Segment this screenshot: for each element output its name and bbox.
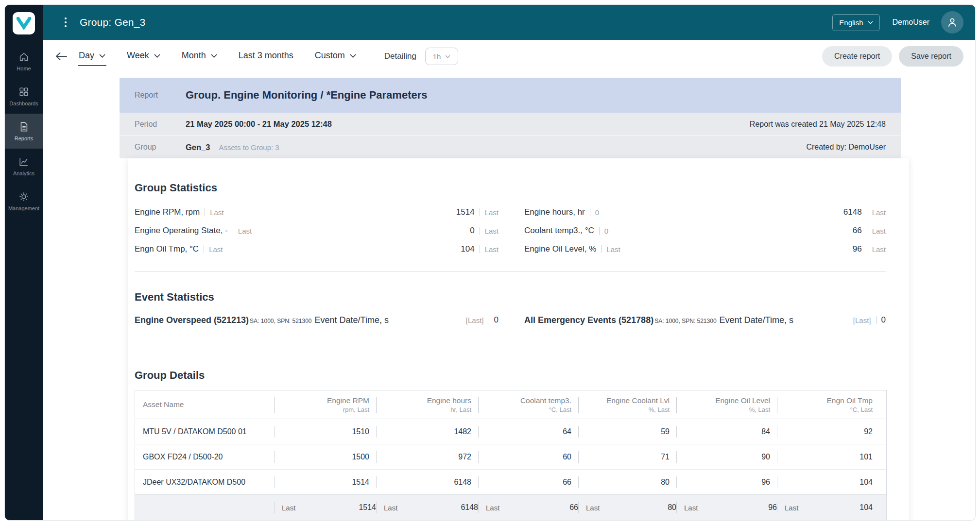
group-statistics-left-column: Engine RPM, rpm Last 1514 Last Engine Op…: [135, 203, 499, 258]
back-arrow-icon: [55, 51, 68, 61]
brand-logo[interactable]: [13, 12, 35, 34]
column-sublabel: rpm, Last: [274, 406, 369, 414]
stat-value-aggregation: Last: [872, 245, 886, 254]
topbar-right: English DemoUser: [832, 11, 963, 34]
value-cell: 1482: [376, 419, 478, 444]
sidebar: Home Dashboards Reports Analytics Manage…: [5, 5, 43, 520]
sidebar-nav: Home Dashboards Reports Analytics Manage…: [5, 44, 43, 219]
tab-last-3-months[interactable]: Last 3 months: [238, 47, 294, 66]
chevron-down-icon: [154, 54, 160, 58]
report-created-note: Report was created 21 May 2025 12:48: [750, 120, 886, 129]
stat-aggregation: 0: [604, 227, 608, 235]
stat-value-aggregation: Last: [485, 208, 499, 217]
stat-value: 104: [461, 244, 474, 254]
divider: [480, 227, 480, 235]
sidebar-item-label: Analytics: [13, 170, 34, 176]
stat-label: Engine Oil Level, %: [524, 244, 596, 254]
sidebar-item-analytics[interactable]: Analytics: [5, 149, 43, 184]
period-tabs: Day Week Month Last 3 months Custom: [78, 47, 357, 66]
chevron-down-icon: [211, 54, 217, 58]
dashboards-icon: [18, 86, 29, 97]
create-report-button[interactable]: Create report: [822, 46, 892, 67]
language-select[interactable]: English: [832, 14, 879, 31]
stat-value-aggregation: Last: [872, 227, 886, 235]
footer-value: 1514: [359, 503, 376, 512]
reports-icon: [18, 121, 29, 132]
divider: [590, 208, 590, 216]
user-icon: [946, 17, 958, 28]
detailing-select[interactable]: 1h: [425, 48, 458, 65]
tab-week[interactable]: Week: [126, 47, 161, 66]
stat-aggregation: Last: [210, 208, 224, 217]
stat-label: Engine RPM, rpm: [135, 207, 200, 217]
column-sublabel: °C, Last: [777, 406, 873, 414]
stat-value-aggregation: Last: [485, 245, 499, 254]
column-header-engine-hours: Engine hourshr, Last: [376, 390, 478, 419]
value-cell: 80: [578, 470, 676, 495]
sidebar-item-label: Management: [8, 205, 39, 211]
detailing-value: 1h: [433, 52, 441, 61]
tab-label: Month: [182, 51, 206, 61]
value-cell: 1510: [274, 419, 376, 444]
value-cell: 1500: [274, 444, 376, 470]
table-row[interactable]: MTU 5V / DATAKOM D500 01 1510 1482 64 59…: [135, 419, 886, 444]
report-title: Group. Engine Monitoring / *Engine Param…: [186, 89, 428, 102]
tab-month[interactable]: Month: [181, 47, 218, 66]
stat-label: Engine hours, hr: [524, 207, 585, 217]
stat-row: Engine Oil Level, % Last 96 Last: [524, 240, 886, 258]
value-cell: 92: [777, 419, 886, 444]
stat-value-aggregation: Last: [485, 227, 499, 235]
stat-label: Engine Operating State, -: [135, 226, 228, 236]
kebab-menu-icon[interactable]: [59, 16, 72, 29]
footer-value: 96: [768, 503, 777, 512]
sidebar-item-dashboards[interactable]: Dashboards: [5, 79, 43, 114]
topbar: Group: Gen_3 English DemoUser: [43, 5, 975, 40]
column-sublabel: %, Last: [578, 406, 670, 414]
tab-day[interactable]: Day: [78, 47, 106, 66]
report-title-row: Report Group. Engine Monitoring / *Engin…: [120, 78, 901, 113]
divider: [480, 208, 480, 216]
report-header: Report Group. Engine Monitoring / *Engin…: [120, 78, 901, 158]
sidebar-item-label: Home: [17, 66, 31, 71]
value-cell: 6148: [376, 470, 478, 495]
divider: [489, 316, 489, 324]
column-sublabel: %, Last: [676, 406, 770, 414]
stat-aggregation: 0: [595, 208, 599, 217]
event-meta: SA: 1000, SPN: 521300: [654, 318, 716, 324]
value-cell: 972: [376, 444, 478, 470]
report-group-row: Group Gen_3 Assets to Group: 3 Created b…: [120, 135, 901, 158]
event-row: All Emergency Events (521788) SA: 1000, …: [524, 310, 886, 330]
period-value: 21 May 2025 00:00 - 21 May 2025 12:48: [186, 119, 332, 129]
footer-aggregation-label: Last: [282, 504, 295, 512]
footer-cell: Last1514: [274, 495, 376, 520]
divider: [867, 227, 867, 235]
save-report-button[interactable]: Save report: [899, 46, 963, 67]
back-button[interactable]: [52, 47, 71, 66]
report-card: Group Statistics Engine RPM, rpm Last 15…: [128, 158, 909, 520]
event-value: 0: [494, 315, 499, 325]
footer-empty-cell: [135, 495, 274, 520]
sidebar-item-management[interactable]: Management: [5, 184, 43, 219]
user-avatar[interactable]: [941, 11, 963, 34]
value-cell: 96: [676, 470, 777, 495]
stat-row: Engn Oil Tmp, °C Last 104 Last: [135, 240, 499, 258]
value-cell: 71: [578, 444, 676, 470]
divider: [867, 245, 867, 253]
footer-aggregation-label: Last: [384, 504, 397, 512]
table-row[interactable]: GBOX FD24 / D500-20 1500 972 60 71 90 10…: [135, 444, 886, 470]
event-statistics-title: Event Statistics: [135, 291, 886, 304]
sidebar-item-reports[interactable]: Reports: [5, 114, 43, 149]
column-header-engn-oil-tmp: Engn Oil Tmp°C, Last: [777, 390, 886, 419]
sidebar-item-home[interactable]: Home: [5, 44, 43, 79]
column-label: Coolant temp3.: [478, 396, 571, 405]
sidebar-item-label: Dashboards: [9, 101, 38, 106]
group-value: Gen_3: [186, 143, 210, 152]
table-row[interactable]: JDeer UX32/DATAKOM D500 1514 6148 66 80 …: [135, 470, 886, 495]
value-cell: 90: [676, 444, 777, 470]
value-cell: 84: [676, 419, 777, 444]
footer-value: 80: [668, 503, 676, 512]
footer-aggregation-label: Last: [586, 504, 600, 512]
chevron-down-icon: [445, 55, 450, 58]
stat-value: 0: [470, 226, 474, 236]
tab-custom[interactable]: Custom: [314, 47, 357, 66]
